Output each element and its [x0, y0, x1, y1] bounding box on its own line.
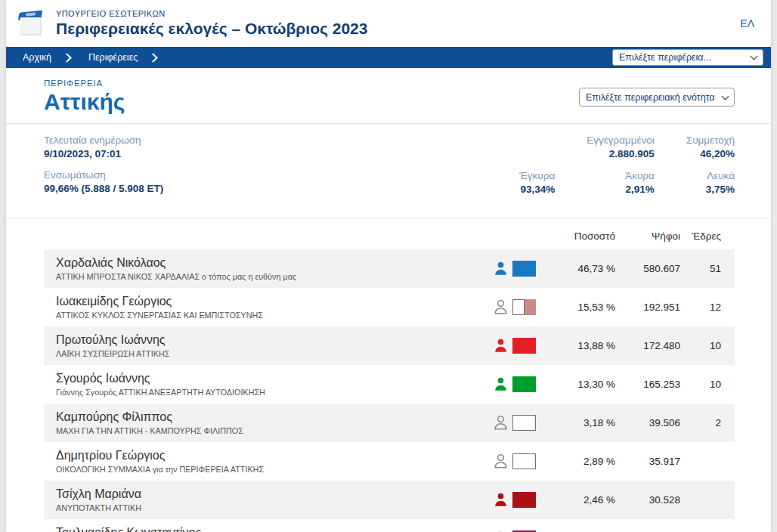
column-votes: Ψήφοι: [615, 230, 680, 242]
breadcrumb-home[interactable]: Αρχική: [6, 52, 62, 63]
last-update-label: Τελευταία ενημέρωση: [44, 135, 519, 146]
candidate-row[interactable]: Σγουρός Ιωάννης Γιάννης Σγουρός ΑΤΤΙΚΗ Α…: [44, 365, 735, 404]
party-flag-icon: [512, 415, 536, 431]
candidate-name: Δημητρίου Γεώργιος: [56, 449, 493, 462]
candidate-name: Ιωακειμίδης Γεώργιος: [56, 295, 493, 308]
breadcrumb-bar: Αρχική Περιφέρειες Επιλέξτε περιφέρεια..…: [6, 47, 771, 68]
page-container: ΥΠΟΥΡΓΕΙΟ ΕΣΩΤΕΡΙΚΩΝ Περιφερειακές εκλογ…: [6, 0, 771, 532]
stats-band: Τελευταία ενημέρωση 9/10/2023, 07:01 Ενσ…: [6, 124, 771, 218]
valid-value: 93,34%: [519, 184, 555, 195]
candidate-name: Πρωτούλης Ιωάννης: [56, 333, 493, 347]
party-name: ΟΙΚΟΛΟΓΙΚΗ ΣΥΜΜΑΧΙΑ για την ΠΕΡΙΦΕΡΕΙΑ Α…: [56, 465, 493, 474]
percent-value: 2,46 %: [546, 494, 615, 506]
breadcrumb-regions[interactable]: Περιφέρειες: [72, 52, 148, 63]
seats-value: 2: [680, 417, 721, 428]
invalid-label: Άκυρα: [587, 170, 655, 181]
percent-value: 2,89 %: [546, 456, 615, 467]
region-label: ΠΕΡΙΦΕΡΕΙΑ: [44, 79, 579, 88]
percent-value: 13,88 %: [546, 340, 615, 351]
language-toggle[interactable]: ΕΛ: [740, 17, 760, 29]
blank-value: 3,75%: [686, 184, 735, 195]
chevron-right-icon: [148, 53, 158, 63]
header-titles: ΥΠΟΥΡΓΕΙΟ ΕΣΩΤΕΡΙΚΩΝ Περιφερειακές εκλογ…: [56, 9, 740, 38]
candidate-row[interactable]: Δημητρίου Γεώργιος ΟΙΚΟΛΟΓΙΚΗ ΣΥΜΜΑΧΙΑ γ…: [44, 442, 735, 481]
integration-value: 99,66% (5.888 / 5.908 ΕΤ): [44, 183, 519, 194]
participation-value: 46,20%: [686, 148, 735, 159]
seats-value: 12: [680, 302, 721, 313]
site-title: Περιφερειακές εκλογές – Οκτώβριος 2023: [56, 20, 740, 38]
ballot-box-icon: [17, 8, 47, 39]
top-header: ΥΠΟΥΡΓΕΙΟ ΕΣΩΤΕΡΙΚΩΝ Περιφερειακές εκλογ…: [6, 0, 771, 47]
integration-label: Ενσωμάτωση: [44, 169, 519, 181]
last-update-value: 9/10/2023, 07:01: [44, 148, 519, 159]
invalid-stat: Άκυρα 2,91%: [587, 170, 655, 195]
valid-stat: Έγκυρα 93,34%: [519, 170, 555, 195]
registered-value: 2.880.905: [587, 148, 655, 159]
candidate-person-icon: [493, 376, 509, 392]
blank-stat: Λευκά 3,75%: [686, 170, 735, 195]
integration-stat: Ενσωμάτωση 99,66% (5.888 / 5.908 ΕΤ): [44, 169, 519, 194]
party-name: Γιάννης Σγουρός ΑΤΤΙΚΗ ΑΝΕΞΑΡΤΗΤΗ ΑΥΤΟΔΙ…: [56, 388, 493, 397]
page-title: Αττικής: [44, 89, 579, 114]
last-update-stat: Τελευταία ενημέρωση 9/10/2023, 07:01: [44, 135, 519, 159]
seats-value: 10: [680, 340, 721, 351]
results-section: Ποσοστό Ψήφοι Έδρες Χαρδαλιάς Νικόλαος Α…: [44, 218, 735, 532]
percent-value: 13,30 %: [546, 379, 615, 390]
candidate-name: Τσίχλη Μαριάνα: [56, 487, 493, 501]
candidate-row[interactable]: Χαρδαλιάς Νικόλαος ΑΤΤΙΚΗ ΜΠΡΟΣΤΑ ΝΙΚΟΣ …: [44, 249, 735, 288]
candidate-row[interactable]: Τσίχλη Μαριάνα ΑΝΥΠΟΤΑΚΤΗ ΑΤΤΙΚΗ 2,46 % …: [44, 481, 735, 519]
votes-value: 35.917: [615, 456, 680, 467]
candidate-name: Σγουρός Ιωάννης: [56, 372, 493, 385]
regional-unit-select[interactable]: Επιλέξτε περιφερειακή ενότητα...: [579, 88, 735, 107]
party-flag-icon: [512, 492, 536, 508]
invalid-value: 2,91%: [587, 184, 655, 195]
percent-value: 3,18 %: [546, 417, 615, 428]
party-flag-icon: [512, 261, 536, 277]
column-percent: Ποσοστό: [546, 230, 615, 242]
region-select[interactable]: Επιλέξτε περιφέρεια...: [612, 49, 763, 66]
candidate-person-icon: [493, 338, 509, 354]
party-flag-icon: [512, 338, 536, 354]
votes-value: 39.506: [615, 417, 680, 428]
percent-value: 46,73 %: [546, 263, 615, 274]
party-name: ΑΤΤΙΚΟΣ ΚΥΚΛΟΣ ΣΥΝΕΡΓΑΣΙΑΣ ΚΑΙ ΕΜΠΙΣΤΟΣΥ…: [56, 311, 493, 320]
party-flag-icon: [512, 453, 536, 469]
participation-label: Συμμετοχή: [686, 135, 735, 146]
ministry-label: ΥΠΟΥΡΓΕΙΟ ΕΣΩΤΕΡΙΚΩΝ: [56, 9, 740, 18]
registered-stat: Εγγεγραμμένοι 2.880.905: [587, 135, 655, 159]
party-name: ΑΝΥΠΟΤΑΚΤΗ ΑΤΤΙΚΗ: [56, 503, 493, 512]
votes-value: 172.480: [615, 340, 680, 351]
seats-value: 51: [680, 263, 721, 274]
votes-value: 165.253: [615, 379, 680, 390]
candidate-name: Καμπούρης Φίλιππος: [56, 410, 493, 424]
results-list: Χαρδαλιάς Νικόλαος ΑΤΤΙΚΗ ΜΠΡΟΣΤΑ ΝΙΚΟΣ …: [44, 249, 735, 532]
party-name: ΛΑΪΚΗ ΣΥΣΠΕΙΡΩΣΗ ΑΤΤΙΚΗΣ: [56, 349, 493, 358]
candidate-person-icon: [493, 261, 509, 277]
registered-label: Εγγεγραμμένοι: [587, 135, 655, 146]
column-seats: Έδρες: [680, 230, 721, 242]
valid-label: Έγκυρα: [519, 170, 555, 181]
votes-value: 580.607: [615, 263, 680, 274]
blank-label: Λευκά: [686, 170, 735, 181]
candidate-person-icon: [493, 492, 509, 508]
party-flag-icon: [512, 299, 536, 315]
candidate-row[interactable]: Πρωτούλης Ιωάννης ΛΑΪΚΗ ΣΥΣΠΕΙΡΩΣΗ ΑΤΤΙΚ…: [44, 326, 735, 365]
votes-value: 192.951: [615, 302, 680, 313]
percent-value: 15,53 %: [546, 302, 615, 313]
chevron-right-icon: [62, 53, 72, 63]
candidate-name: Χαρδαλιάς Νικόλαος: [56, 256, 493, 270]
candidate-person-icon: [493, 299, 509, 315]
candidate-name: Τουλγαρίδης Κωνσταντίνος: [56, 526, 493, 532]
candidate-person-icon: [493, 415, 509, 431]
results-header: Ποσοστό Ψήφοι Έδρες: [44, 218, 735, 249]
candidate-row[interactable]: Τουλγαρίδης Κωνσταντίνος Αντικαπιταλιστι…: [44, 519, 735, 532]
candidate-person-icon: [493, 453, 509, 469]
party-flag-icon: [512, 376, 536, 392]
party-name: ΜΑΧΗ ΓΙΑ ΤΗΝ ΑΤΤΙΚΗ - ΚΑΜΠΟΥΡΗΣ ΦΙΛΙΠΠΟΣ: [56, 426, 493, 435]
region-band: ΠΕΡΙΦΕΡΕΙΑ Αττικής Επιλέξτε περιφερειακή…: [6, 68, 771, 124]
party-name: ΑΤΤΙΚΗ ΜΠΡΟΣΤΑ ΝΙΚΟΣ ΧΑΡΔΑΛΙΑΣ ο τόπος μ…: [56, 272, 493, 281]
candidate-row[interactable]: Καμπούρης Φίλιππος ΜΑΧΗ ΓΙΑ ΤΗΝ ΑΤΤΙΚΗ -…: [44, 404, 735, 442]
votes-value: 30.528: [615, 494, 680, 506]
candidate-row[interactable]: Ιωακειμίδης Γεώργιος ΑΤΤΙΚΟΣ ΚΥΚΛΟΣ ΣΥΝΕ…: [44, 288, 735, 326]
participation-stat: Συμμετοχή 46,20%: [686, 135, 735, 159]
